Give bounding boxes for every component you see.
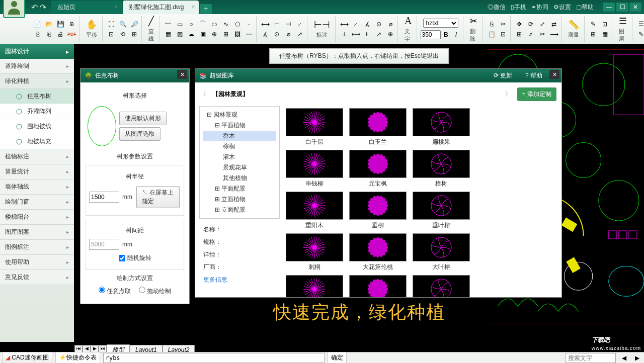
link-help[interactable]: ▢帮助	[576, 3, 594, 12]
spacing-input[interactable]	[89, 239, 119, 250]
layer-tool[interactable]: ☰图层	[616, 15, 630, 44]
trim-icon[interactable]: ✂	[537, 29, 547, 39]
sidebar-item[interactable]: 楼梯阳台▸	[0, 210, 74, 225]
export-icon[interactable]: ⎘	[32, 29, 42, 39]
radio-drag[interactable]: 拖动绘制	[139, 287, 171, 296]
sidebar-subitem[interactable]: 任意布树	[0, 89, 74, 104]
spline-icon[interactable]: ∿	[221, 19, 231, 29]
dim-ord-icon[interactable]: ⊥	[339, 29, 349, 39]
tree-node[interactable]: 其他植物	[203, 173, 276, 184]
saveas-icon[interactable]: 🗎	[67, 19, 77, 29]
shortcut-button[interactable]: ⚡快捷命令表	[55, 352, 100, 363]
dim6-icon[interactable]: ⊙	[272, 29, 282, 39]
dim1-icon[interactable]: ⟷	[260, 19, 270, 29]
stamp-icon[interactable]: ⊡	[498, 29, 508, 39]
tree-node[interactable]: ⊞ 立面植物	[203, 194, 276, 205]
sidebar-item[interactable]: 图库图案▸	[0, 225, 74, 240]
dim7-icon[interactable]: ⌀	[283, 29, 293, 39]
thumbnail[interactable]	[349, 108, 407, 136]
search-input[interactable]	[566, 353, 616, 363]
text-tool[interactable]: A文字	[401, 14, 415, 44]
more-icon[interactable]: ⋯	[244, 29, 254, 39]
bold-icon[interactable]: B	[441, 30, 451, 40]
point-icon[interactable]: ·	[244, 19, 254, 29]
tree-node[interactable]: ⊟ 平面植物	[203, 120, 276, 131]
sidebar-item[interactable]: 算量统计▸	[0, 164, 74, 179]
thumbnail[interactable]	[286, 233, 343, 261]
link-settings[interactable]: ⚙设置	[553, 3, 571, 12]
thumbnail[interactable]	[413, 108, 470, 136]
cut-icon[interactable]: ✂	[498, 19, 508, 29]
thumbnail[interactable]	[413, 275, 470, 297]
arc-icon[interactable]: ⌒	[198, 19, 208, 29]
zoom-window-icon[interactable]: ⊡	[106, 29, 116, 39]
region-icon[interactable]: ▨	[175, 29, 185, 39]
default-shape-button[interactable]: 使用默认树形	[119, 112, 167, 125]
thumbnail[interactable]	[413, 233, 470, 261]
pline-icon[interactable]: 〰	[163, 19, 173, 29]
thumbnail[interactable]	[349, 275, 407, 297]
image-icon[interactable]: 🖼	[232, 29, 243, 39]
sidebar-item[interactable]: 意见反馈▸	[0, 270, 74, 285]
dim-rad-icon[interactable]: ⊙	[374, 19, 384, 29]
line-tool[interactable]: ╱直线	[145, 15, 157, 44]
sidebar-subitem[interactable]: 围地被线	[0, 119, 74, 134]
zoom-prev-icon[interactable]: ⟲	[118, 29, 128, 39]
dim-lin-icon[interactable]: ⟷	[339, 19, 349, 29]
tolerance-icon[interactable]: ⊕	[385, 29, 395, 39]
thumbnail[interactable]	[286, 150, 343, 178]
nav-back-icon[interactable]: ↶	[31, 3, 38, 12]
rect-icon[interactable]: ▭	[175, 19, 185, 29]
save-icon[interactable]: 💾	[55, 19, 65, 29]
tree-node[interactable]: ⊞ 平面配景	[203, 184, 276, 194]
tab-add-button[interactable]: +	[200, 4, 212, 14]
sidebar-subitem[interactable]: 乔灌阵列	[0, 104, 74, 119]
dim8-icon[interactable]: ↗	[295, 29, 305, 39]
dim-base-icon[interactable]: ⊦	[362, 29, 372, 39]
sidebar-item[interactable]: 绘制门窗▸	[0, 195, 74, 210]
measure-tool[interactable]: 📏测量	[565, 18, 582, 40]
paste-icon[interactable]: 📋	[487, 29, 497, 39]
polygon-icon[interactable]: ⬠	[232, 19, 243, 29]
dimension-tool[interactable]: ⊢⊣标注	[311, 18, 333, 40]
search-prev-icon[interactable]: ◀	[619, 353, 629, 363]
circle-icon[interactable]: ○	[186, 19, 196, 29]
thumbnail[interactable]	[286, 192, 343, 220]
copy-icon[interactable]: ⎘	[487, 19, 497, 29]
drawing-canvas[interactable]: 任意布树（RYBS）：点取插入点，右键结束，按Esc键退出 🌳任意布树✕ 树形选…	[74, 44, 644, 342]
tree-node[interactable]: 灌木	[203, 152, 276, 162]
close-button[interactable]: ✕	[629, 2, 642, 12]
app-name-button[interactable]: ◢ CAD迷你画图	[2, 352, 52, 363]
pdf-icon[interactable]: PDF	[67, 29, 77, 39]
mirror-icon[interactable]: ⇄	[549, 19, 559, 29]
dim3-icon[interactable]: ⊣	[283, 19, 293, 29]
import-icon[interactable]: ⎗	[44, 29, 54, 39]
sidebar-item[interactable]: 图例标注▸	[0, 240, 74, 255]
panel-close-button[interactable]: ✕	[549, 70, 559, 79]
insert-icon[interactable]: ⊕	[209, 29, 219, 39]
extend-icon[interactable]: ⟶	[549, 29, 559, 39]
pick-screen-button[interactable]: ↖ 在屏幕上指定	[136, 186, 180, 208]
pan-tool[interactable]: ✋平移	[83, 18, 100, 40]
link-wechat[interactable]: ◎微信	[488, 3, 506, 12]
help-button[interactable]: ? 帮助	[525, 71, 542, 80]
tree-node[interactable]: 棕榈	[203, 141, 276, 152]
zoom-out-icon[interactable]: 🔎	[129, 19, 139, 29]
cloud-icon[interactable]: ☁	[186, 29, 196, 39]
dim2-icon[interactable]: ⊢	[272, 19, 282, 29]
dim-ang-icon[interactable]: ∡	[362, 19, 372, 29]
sidebar-header[interactable]: 园林设计▸	[0, 44, 74, 59]
sidebar-item[interactable]: 使用帮助▸	[0, 255, 74, 270]
panel-close-button[interactable]: ✕	[177, 70, 187, 79]
tab-start[interactable]: 起始页×	[51, 1, 122, 14]
minimize-button[interactable]: —	[603, 2, 616, 12]
rotate-icon[interactable]: ⟳	[526, 19, 536, 29]
dim-ali-icon[interactable]: ⟋	[351, 19, 361, 29]
dim-dia-icon[interactable]: ⌀	[385, 19, 395, 29]
scale-icon[interactable]: ⤢	[537, 19, 547, 29]
collapse-icon[interactable]: ▸	[66, 48, 69, 55]
hatch-icon[interactable]: ▦	[163, 29, 173, 39]
user-avatar[interactable]	[3, 0, 25, 18]
edit4-icon[interactable]: ▦	[600, 29, 610, 39]
breadcrumb-prev-icon[interactable]: 《	[200, 90, 206, 99]
